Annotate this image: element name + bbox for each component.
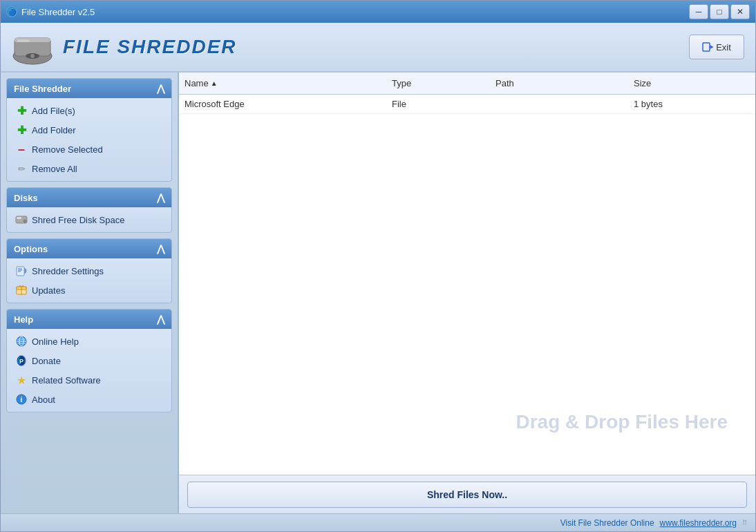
sidebar-item-related-software[interactable]: ★ Related Software [8, 370, 170, 390]
svg-rect-7 [17, 39, 30, 42]
sidebar-section-file-shredder: File Shredder ⋀ ✚ Add File(s) ✚ Add Fold… [6, 78, 172, 182]
file-shredder-items: ✚ Add File(s) ✚ Add Folder – Remove Sele… [7, 98, 171, 181]
status-url[interactable]: www.fileshredder.org [660, 518, 737, 528]
svg-text:🔵: 🔵 [8, 8, 17, 17]
collapse-icon-disks: ⋀ [157, 192, 164, 203]
shred-button[interactable]: Shred Files Now.. [187, 482, 747, 508]
star-icon: ★ [15, 374, 28, 386]
status-label: Visit File Shredder Online [560, 518, 654, 528]
logo-icon [12, 28, 53, 66]
sidebar-item-shred-free-disk[interactable]: Shred Free Disk Space [8, 210, 170, 229]
status-bar: Visit File Shredder Online www.fileshred… [1, 513, 755, 531]
globe-icon [15, 335, 28, 348]
remove-selected-icon: – [15, 143, 28, 155]
restore-button[interactable]: □ [710, 4, 729, 19]
col-header-path[interactable]: Path [490, 75, 628, 91]
package-icon [15, 284, 28, 296]
minimize-button[interactable]: ─ [689, 4, 708, 19]
header-area: FILE SHREDDER Exit [1, 23, 755, 73]
svg-text:P: P [19, 358, 23, 365]
sidebar-section-disks: Disks ⋀ Shred Free Disk Space [6, 187, 172, 233]
main-area: File Shredder ⋀ ✚ Add File(s) ✚ Add Fold… [1, 73, 755, 513]
sidebar-item-add-folder[interactable]: ✚ Add Folder [8, 120, 170, 140]
svg-rect-8 [703, 43, 710, 51]
svg-point-6 [30, 54, 35, 58]
collapse-icon-help: ⋀ [157, 314, 164, 325]
paypal-icon: P [15, 354, 28, 367]
options-items: Shredder Settings Updates [7, 258, 171, 303]
col-header-type[interactable]: Type [386, 75, 490, 91]
content-area: Name ▲ Type Path Size Mic [179, 73, 755, 513]
window-title: File Shredder v2.5 [21, 7, 95, 17]
drag-drop-hint: Drag & Drop Files Here [516, 411, 728, 433]
disk-icon [15, 213, 28, 226]
cell-size: 1 bytes [628, 97, 732, 111]
sidebar-item-about[interactable]: i About [8, 390, 170, 409]
sidebar-section-help: Help ⋀ O [6, 309, 172, 412]
sidebar-item-remove-all[interactable]: ✏ Remove All [8, 159, 170, 178]
collapse-icon-options: ⋀ [157, 243, 164, 254]
help-items: Online Help P Donate ★ [7, 329, 171, 412]
add-folder-icon: ✚ [15, 124, 28, 136]
sidebar-item-remove-selected[interactable]: – Remove Selected [8, 140, 170, 159]
title-buttons: ─ □ ✕ [689, 4, 750, 19]
bottom-bar: Shred Files Now.. [179, 475, 755, 513]
cell-type: File [386, 97, 490, 111]
title-bar-left: 🔵 File Shredder v2.5 [6, 6, 95, 17]
section-header-help[interactable]: Help ⋀ [7, 310, 171, 329]
section-header-disks[interactable]: Disks ⋀ [7, 188, 171, 207]
section-header-file-shredder[interactable]: File Shredder ⋀ [7, 79, 171, 98]
exit-button[interactable]: Exit [689, 35, 744, 59]
resize-grip: ⠿ [742, 519, 747, 526]
close-button[interactable]: ✕ [730, 4, 750, 19]
sidebar-section-options: Options ⋀ [6, 238, 172, 303]
table-header: Name ▲ Type Path Size [179, 73, 755, 95]
col-header-size[interactable]: Size [628, 75, 732, 91]
table-row[interactable]: Microsoft Edge File 1 bytes [179, 95, 755, 114]
exit-icon [702, 41, 713, 53]
app-title: FILE SHREDDER [63, 36, 237, 58]
settings-icon [15, 265, 28, 277]
cell-path [490, 97, 628, 111]
sidebar-item-online-help[interactable]: Online Help [8, 332, 170, 351]
collapse-icon: ⋀ [157, 83, 164, 94]
info-icon: i [15, 393, 28, 406]
svg-text:i: i [21, 396, 23, 403]
file-table: Name ▲ Type Path Size Mic [179, 73, 755, 513]
sidebar-item-add-files[interactable]: ✚ Add File(s) [8, 101, 170, 120]
disks-items: Shred Free Disk Space [7, 207, 171, 232]
section-header-options[interactable]: Options ⋀ [7, 239, 171, 258]
remove-all-icon: ✏ [15, 162, 28, 175]
svg-rect-10 [17, 217, 21, 219]
svg-point-11 [23, 220, 26, 222]
add-files-icon: ✚ [15, 104, 28, 117]
sort-asc-icon: ▲ [211, 79, 218, 87]
table-body: Microsoft Edge File 1 bytes Drag & Drop … [179, 95, 755, 475]
col-header-name[interactable]: Name ▲ [179, 75, 386, 91]
title-bar: 🔵 File Shredder v2.5 ─ □ ✕ [1, 1, 755, 23]
sidebar-item-updates[interactable]: Updates [8, 281, 170, 300]
sidebar: File Shredder ⋀ ✚ Add File(s) ✚ Add Fold… [1, 73, 179, 513]
sidebar-item-shredder-settings[interactable]: Shredder Settings [8, 261, 170, 281]
main-window: 🔵 File Shredder v2.5 ─ □ ✕ FILE SHREDDER [0, 0, 756, 532]
app-icon: 🔵 [6, 6, 17, 17]
cell-name: Microsoft Edge [179, 97, 386, 111]
sidebar-item-donate[interactable]: P Donate [8, 351, 170, 370]
